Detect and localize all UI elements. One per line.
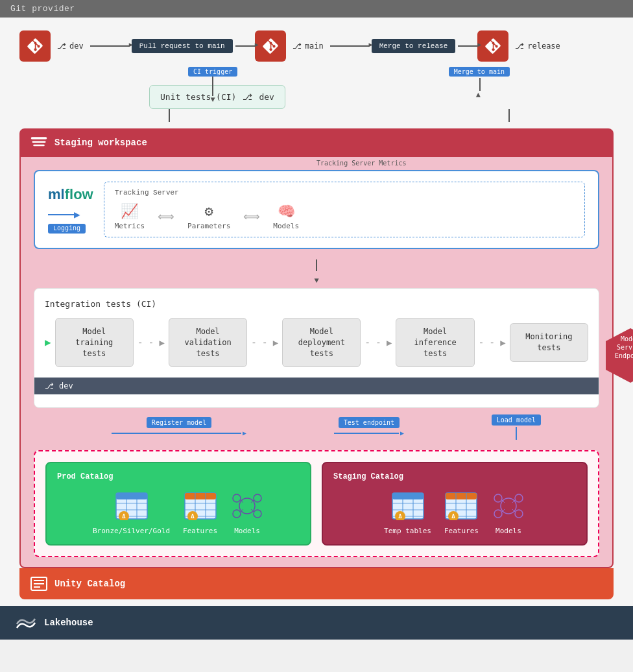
merge-to-main-area: Merge to main ▲ [449,67,510,100]
staging-models-item: Models [492,489,525,535]
lakehouse-icon [16,614,36,632]
svg-point-52 [494,510,502,518]
test-endpoint-area: Test endpoint ▶ [334,417,404,437]
svg-rect-60 [34,583,44,584]
staging-catalog-title: Staging Catalog [333,472,576,481]
arrow-line-2: ▶ [235,45,255,47]
svg-rect-14 [185,493,216,499]
svg-rect-2 [33,145,45,147]
staging-body: mlflow ▶ Logging Tracking Server 📈 Metri… [19,157,614,568]
bronze-silver-gold-item: Δ Bronze/Silver/Gold [93,489,170,535]
mlflow-arrow: ▶ [48,208,80,221]
mlflow-section: mlflow ▶ Logging Tracking Server 📈 Metri… [34,170,599,249]
unit-branch-icon: ⎇ [243,92,252,102]
svg-rect-59 [34,580,44,581]
load-model-area: Load model [492,414,541,440]
pull-request-btn: Pull request to main [132,39,233,53]
prod-catalog-title: Prod Catalog [57,472,300,481]
dev-git-icon [19,30,51,62]
tracking-server-box: Tracking Server 📈 Metrics ⟺ ⚙ Parameters… [104,182,585,237]
svg-point-24 [254,494,261,502]
branch-icon-3: ⎇ [515,42,524,51]
prod-catalog-box: Prod Catalog [45,462,311,546]
main-content: ⎇ dev ▶ Pull request to main ▶ ⎇ main ▶ [0,18,633,606]
branch-icon: ⎇ [57,42,66,51]
connector-section [110,109,614,122]
model-validation-tests: Modelvalidationtests [169,318,247,367]
lakehouse-bar: Lakehouse [0,606,633,640]
merge-to-release-btn: Merge to release [372,39,456,53]
prod-catalog-items: Δ Bronze/Silver/Gold [57,489,300,535]
merge-to-main-label: Merge to main [449,67,510,77]
table-icon-2: Δ [184,492,217,520]
models-icon: 🧠 [278,203,295,219]
svg-rect-5 [116,493,147,499]
register-model-area: Register model ▶ [112,417,246,437]
dashed-4: - - ▶ [479,337,506,348]
model-serving-label: ModelServingEndpoint [604,335,633,360]
git-provider-bar: Git provider [0,0,633,18]
monitoring-tests: Monitoringtests [510,323,588,362]
catalog-row: Prod Catalog [45,462,588,546]
svg-rect-61 [34,586,40,588]
table-icon-staging-2: Δ [444,492,478,520]
svg-point-50 [494,494,502,502]
unity-catalog-icon [30,575,48,593]
branch-icon-dev: ⎇ [45,381,54,390]
model-icon-staging [492,492,525,520]
start-arrow: ▶ [45,336,51,349]
unit-tests-section: Unit tests (CI) ⎇ dev [110,80,614,109]
down-arrow-2: ▼ [34,276,599,285]
staging-workspace-header: Staging workspace [19,128,614,157]
main-git-icon [255,30,286,62]
unity-catalog-area: Prod Catalog [34,450,599,557]
ci-trigger-area: CI trigger ▼ [188,67,237,104]
svg-point-51 [515,494,523,502]
model-training-tests: Modeltrainingtests [55,318,134,367]
svg-point-53 [515,510,523,518]
tracking-parameters: ⚙ Parameters [187,203,230,230]
parameters-icon: ⚙ [205,203,213,219]
svg-point-22 [239,498,255,514]
prod-features-item: Δ Features [183,489,217,535]
dev-bar-integration: ⎇ dev [34,378,599,394]
git-flow-row: ⎇ dev ▶ Pull request to main ▶ ⎇ main ▶ [19,30,614,62]
tracking-server-title: Tracking Server [115,189,574,197]
staging-catalog-box: Staging Catalog [322,462,588,546]
tracking-metrics: 📈 Metrics [115,203,145,230]
unit-branch-name: dev [259,92,274,102]
branch-icon-2: ⎇ [293,42,302,51]
release-branch-label: ⎇ release [515,42,560,51]
svg-text:Δ: Δ [122,513,126,520]
staging-workspace-label: Staging workspace [54,138,147,148]
test-steps-row: ▶ Modeltrainingtests - - ▶ Modelvalidati… [45,318,588,367]
svg-rect-41 [446,493,477,499]
vert-line-2 [508,109,510,122]
model-inference-tests: Modelinferencetests [396,318,474,367]
svg-text:Δ: Δ [452,513,456,520]
hexagon-container: ModelServingEndpoint [604,327,633,379]
mlflow-logo-area: mlflow ▶ Logging [48,186,93,234]
tracking-models: 🧠 Models [273,203,299,230]
release-git-icon [477,30,508,62]
model-serving-endpoint-wrapper: ModelServingEndpoint [604,327,633,379]
dashed-2: - - ▶ [251,337,278,348]
vert-line-1 [169,109,170,122]
table-icon-staging-1: Δ [391,492,425,520]
tracking-items: 📈 Metrics ⟺ ⚙ Parameters ⟺ 🧠 Models [115,203,574,230]
ci-trigger-label: CI trigger [188,67,237,77]
metrics-icon: 📈 [121,203,138,219]
svg-rect-1 [32,141,46,143]
table-icon-1: Δ [115,492,149,520]
flow-labels-row: Register model ▶ Test endpoint ▶ Load mo… [34,414,599,440]
arrow-line-4: ▶ [458,45,477,47]
svg-point-25 [233,510,241,518]
prod-models-item: Models [230,489,264,535]
register-model-label: Register model [147,417,211,428]
ci-vertical-line [212,77,213,96]
tracking-server-metrics-label: Tracking Server Metrics [316,160,406,167]
unity-catalog-label: Unity Catalog [54,579,125,589]
svg-rect-32 [392,493,424,499]
svg-point-23 [233,494,241,502]
dev-branch-label: ⎇ dev [57,42,84,51]
